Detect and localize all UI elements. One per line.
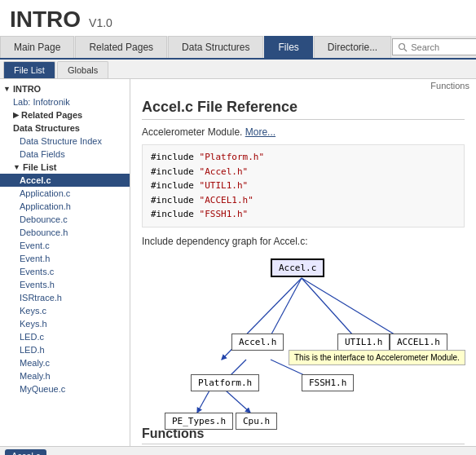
app-version: V1.0 (89, 16, 112, 29)
tooltip: This is the interface to Accelerometer M… (289, 350, 465, 365)
sidebar-item-led-h[interactable]: LED.h (0, 343, 130, 356)
sidebar-item-myqueue-c[interactable]: MyQueue.c (0, 382, 130, 395)
main-layout: ▼ INTRO Lab: Infotronik ▶ Related Pages … (0, 79, 476, 446)
node-accel-c[interactable]: Accel.c (271, 258, 324, 277)
tab-files[interactable]: Files (264, 36, 312, 58)
sidebar-item-mealy-c[interactable]: Mealy.c (0, 356, 130, 369)
sub-tab-globals[interactable]: Globals (57, 61, 108, 78)
sidebar-item-mealy-h[interactable]: Mealy.h (0, 369, 130, 382)
sidebar-root-label: INTRO (13, 84, 41, 94)
sidebar-item-file-list[interactable]: ▼ File List (0, 161, 130, 174)
include-5: #include "FSSH1.h" (151, 207, 456, 222)
bottom-tab-accel[interactable]: Accel.c (5, 449, 46, 456)
search-icon (398, 42, 408, 52)
node-fssh1-h[interactable]: FSSH1.h (302, 374, 354, 391)
content-inner: Accel.c File Reference Accelerometer Mod… (130, 92, 476, 446)
root-arrow: ▼ (3, 85, 11, 93)
sidebar-item-data-fields[interactable]: Data Fields (0, 148, 130, 161)
search-input[interactable] (411, 42, 476, 52)
node-util1-h[interactable]: UTIL1.h (337, 334, 390, 351)
sub-tabs: File List Globals (0, 60, 476, 79)
dep-graph: Accel.c Accel.h UTIL1.h ACCEL1.h Platfor… (156, 254, 450, 417)
include-link-3[interactable]: "UTIL1.h" (200, 180, 249, 191)
tab-related-pages[interactable]: Related Pages (75, 36, 167, 58)
include-1: #include "Platform.h" (151, 150, 456, 165)
tab-main-page[interactable]: Main Page (0, 36, 74, 58)
sidebar-item-related-pages[interactable]: ▶ Related Pages (0, 108, 130, 121)
tab-data-structures[interactable]: Data Structures (168, 36, 263, 58)
include-link-4[interactable]: "ACCEL1.h" (200, 195, 253, 205)
dep-graph-title: Include dependency graph for Accel.c: (142, 236, 465, 247)
description: Accelerometer Module. More... (142, 126, 465, 138)
include-3: #include "UTIL1.h" (151, 179, 456, 193)
sub-tab-file-list[interactable]: File List (3, 61, 55, 78)
content-area: Functions Accel.c File Reference Acceler… (130, 79, 476, 446)
search-box[interactable] (392, 38, 476, 55)
sidebar: ▼ INTRO Lab: Infotronik ▶ Related Pages … (0, 79, 130, 446)
include-link-2[interactable]: "Accel.h" (200, 166, 249, 177)
sidebar-item-isrtrace-h[interactable]: ISRtrace.h (0, 291, 130, 304)
sidebar-item-keys-c[interactable]: Keys.c (0, 304, 130, 317)
svg-line-9 (226, 391, 250, 413)
sidebar-item-event-c[interactable]: Event.c (0, 239, 130, 252)
sidebar-item-event-h[interactable]: Event.h (0, 252, 130, 265)
node-accel-h[interactable]: Accel.h (231, 334, 284, 351)
sidebar-item-application-h[interactable]: Application.h (0, 200, 130, 213)
include-link-5[interactable]: "FSSH1.h" (200, 209, 249, 219)
sidebar-item-lab[interactable]: Lab: Infotronik (0, 95, 130, 108)
svg-line-8 (197, 391, 209, 413)
include-2: #include "Accel.h" (151, 165, 456, 179)
sidebar-item-dsi[interactable]: Data Structure Index (0, 135, 130, 148)
app-title: INTRO (10, 7, 81, 33)
sidebar-item-data-structures[interactable]: Data Structures (0, 121, 130, 135)
nav-tabs: Main Page Related Pages Data Structures … (0, 36, 476, 60)
sidebar-item-events-h[interactable]: Events.h (0, 278, 130, 291)
tab-directories[interactable]: Directorie... (314, 36, 391, 58)
node-platform-h[interactable]: Platform.h (191, 374, 259, 391)
sidebar-item-application-c[interactable]: Application.c (0, 187, 130, 200)
functions-label: Functions (130, 79, 476, 92)
include-block: #include "Platform.h" #include "Accel.h"… (142, 144, 465, 228)
bottom-bar: Accel.c (0, 446, 476, 455)
sidebar-item-keys-h[interactable]: Keys.h (0, 317, 130, 330)
sidebar-item-accel-c[interactable]: Accel.c (0, 174, 130, 187)
sidebar-item-events-c[interactable]: Events.c (0, 265, 130, 278)
node-petypes-h[interactable]: PE_Types.h (165, 413, 233, 430)
app-header: INTRO V1.0 (0, 0, 476, 36)
sidebar-item-led-c[interactable]: LED.c (0, 330, 130, 343)
svg-line-1 (404, 49, 407, 51)
include-4: #include "ACCEL1.h" (151, 193, 456, 208)
sidebar-root[interactable]: ▼ INTRO (0, 82, 130, 95)
more-link[interactable]: More... (245, 126, 275, 138)
node-cpu-h[interactable]: Cpu.h (236, 413, 277, 430)
include-link-1[interactable]: "Platform.h" (200, 152, 264, 162)
page-title: Accel.c File Reference (142, 99, 465, 120)
node-accel1-h[interactable]: ACCEL1.h (390, 334, 447, 351)
sidebar-item-debounce-c[interactable]: Debounce.c (0, 213, 130, 226)
svg-point-0 (399, 43, 405, 49)
sidebar-item-debounce-h[interactable]: Debounce.h (0, 226, 130, 239)
